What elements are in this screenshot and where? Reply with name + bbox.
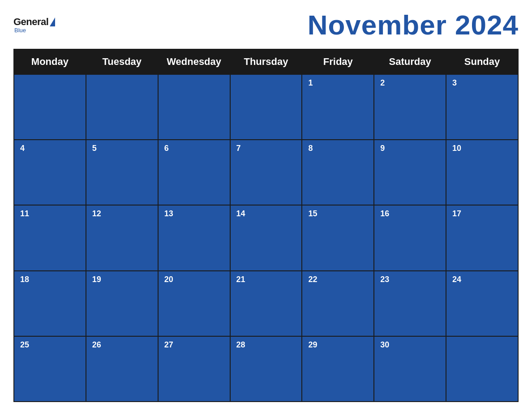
day-number-1: 1 <box>306 77 318 89</box>
day-number-18: 18 <box>18 274 31 285</box>
logo-general-text: General <box>13 16 48 28</box>
calendar-table: Monday Tuesday Wednesday Thursday Friday… <box>13 49 519 402</box>
day-cell-w1-d2 <box>86 74 158 140</box>
day-cell-w4-d4: 21 <box>230 271 302 336</box>
day-number-16: 16 <box>378 208 391 219</box>
day-number-28: 28 <box>234 339 248 351</box>
day-number-24: 24 <box>450 274 463 285</box>
header-friday: Friday <box>302 49 374 74</box>
day-cell-w3-d5: 15 <box>302 205 374 270</box>
day-cell-w3-d1: 11 <box>14 205 86 270</box>
day-cell-w5-d4: 28 <box>230 336 302 402</box>
header-thursday: Thursday <box>230 49 302 74</box>
week-row-4: 18192021222324 <box>14 271 518 336</box>
day-cell-w1-d5: 1 <box>302 74 374 140</box>
day-cell-w3-d7: 17 <box>446 205 518 270</box>
day-number-21: 21 <box>234 274 248 285</box>
logo: General Blue <box>13 16 55 34</box>
day-cell-w4-d7: 24 <box>446 271 518 336</box>
day-number-5: 5 <box>90 143 103 154</box>
day-number-10: 10 <box>450 143 463 154</box>
day-number-8: 8 <box>306 143 318 154</box>
logo-blue-text: Blue <box>14 27 26 34</box>
day-cell-w2-d7: 10 <box>446 140 518 205</box>
week-row-3: 11121314151617 <box>14 205 518 270</box>
day-number-12: 12 <box>90 208 103 219</box>
page-header: General Blue November 2024 <box>13 9 519 41</box>
header-tuesday: Tuesday <box>86 49 158 74</box>
day-cell-w4-d3: 20 <box>158 271 230 336</box>
day-cell-w4-d1: 18 <box>14 271 86 336</box>
day-number-19: 19 <box>90 274 103 285</box>
day-number-29: 29 <box>306 339 319 351</box>
day-cell-w1-d3 <box>158 74 230 140</box>
header-sunday: Sunday <box>446 49 518 74</box>
day-cell-w3-d6: 16 <box>374 205 446 270</box>
calendar-title: November 2024 <box>308 9 519 41</box>
day-number-15: 15 <box>306 208 319 219</box>
day-number-3: 3 <box>450 77 463 89</box>
day-cell-w5-d2: 26 <box>86 336 158 402</box>
day-number-23: 23 <box>378 274 391 285</box>
day-number-27: 27 <box>162 339 176 351</box>
header-wednesday: Wednesday <box>158 49 230 74</box>
calendar-page: General Blue November 2024 Monday Tuesda… <box>0 0 532 411</box>
day-cell-w2-d1: 4 <box>14 140 86 205</box>
logo-top: General <box>13 16 55 28</box>
day-cell-w2-d4: 7 <box>230 140 302 205</box>
day-cell-w3-d3: 13 <box>158 205 230 270</box>
day-cell-w2-d3: 6 <box>158 140 230 205</box>
day-cell-w4-d2: 19 <box>86 271 158 336</box>
week-row-2: 45678910 <box>14 140 518 205</box>
header-saturday: Saturday <box>374 49 446 74</box>
day-number-25: 25 <box>18 339 31 351</box>
day-number-14: 14 <box>234 208 248 219</box>
day-number-2: 2 <box>378 77 390 89</box>
day-number-13: 13 <box>162 208 176 219</box>
day-cell-w2-d5: 8 <box>302 140 374 205</box>
day-cell-w1-d4 <box>230 74 302 140</box>
day-number-9: 9 <box>378 143 390 154</box>
logo-triangle-icon <box>50 17 55 26</box>
day-cell-w5-d3: 27 <box>158 336 230 402</box>
day-cell-w5-d1: 25 <box>14 336 86 402</box>
day-cell-w3-d2: 12 <box>86 205 158 270</box>
day-cell-w5-d5: 29 <box>302 336 374 402</box>
day-cell-w1-d1 <box>14 74 86 140</box>
day-cell-w1-d7: 3 <box>446 74 518 140</box>
week-row-5: 252627282930 <box>14 336 518 402</box>
day-number-17: 17 <box>450 208 463 219</box>
day-number-22: 22 <box>306 274 319 285</box>
day-cell-w4-d6: 23 <box>374 271 446 336</box>
day-cell-w5-d7 <box>446 336 518 402</box>
day-cell-w2-d6: 9 <box>374 140 446 205</box>
day-number-6: 6 <box>162 143 175 154</box>
day-number-20: 20 <box>162 274 176 285</box>
day-number-26: 26 <box>90 339 103 351</box>
day-cell-w2-d2: 5 <box>86 140 158 205</box>
day-cell-w3-d4: 14 <box>230 205 302 270</box>
day-cell-w1-d6: 2 <box>374 74 446 140</box>
day-cell-w4-d5: 22 <box>302 271 374 336</box>
day-number-7: 7 <box>234 143 247 154</box>
day-number-11: 11 <box>18 208 31 219</box>
week-row-1: 123 <box>14 74 518 140</box>
days-header-row: Monday Tuesday Wednesday Thursday Friday… <box>14 49 518 74</box>
day-cell-w5-d6: 30 <box>374 336 446 402</box>
day-number-30: 30 <box>378 339 391 351</box>
day-number-4: 4 <box>18 143 30 154</box>
header-monday: Monday <box>14 49 86 74</box>
